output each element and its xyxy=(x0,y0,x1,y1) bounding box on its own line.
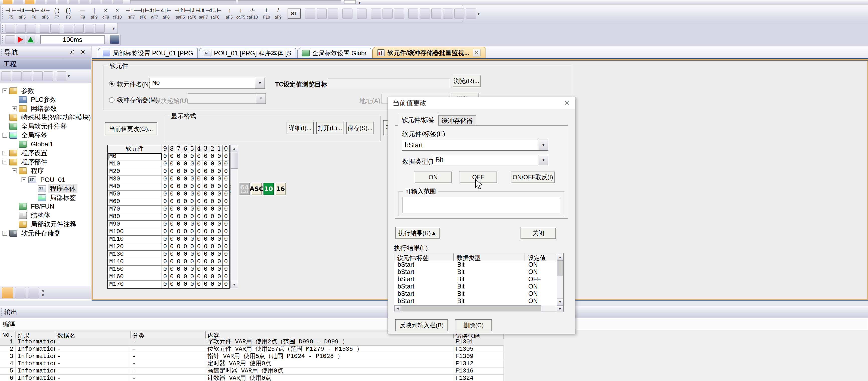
scroll-right-icon[interactable]: ► xyxy=(557,305,563,311)
bit-cell-M10-9[interactable]: 0 xyxy=(162,160,168,168)
bit-cell-M100-8[interactable]: 0 xyxy=(168,228,175,236)
new-data-icon[interactable] xyxy=(1,71,11,81)
output-header-结果[interactable]: 结果 xyxy=(16,331,55,339)
hscrollbar-thumb[interactable] xyxy=(401,305,541,311)
bit-cell-M60-1[interactable]: 0 xyxy=(216,198,223,206)
bit-cell-M20-4[interactable]: 0 xyxy=(196,168,203,175)
tree-item-Global1[interactable]: Global1 xyxy=(12,140,55,148)
bit-cell-M160-5[interactable]: 0 xyxy=(189,273,196,281)
bit-cell-M80-0[interactable]: 0 xyxy=(223,213,229,221)
ladder-symbol-sF5[interactable]: ⊣4⊢sF5 xyxy=(17,8,28,19)
bit-cell-M50-3[interactable]: 0 xyxy=(203,190,209,198)
on-button[interactable]: ON xyxy=(414,171,452,183)
bit-cell-M20-2[interactable]: 0 xyxy=(209,168,216,175)
output-row[interactable]: 2Information--位软元件 VAR用 使用257点（范围 M1279 … xyxy=(0,346,503,353)
open-button[interactable]: 打开(L)... xyxy=(316,122,343,134)
bit-cell-M40-3[interactable]: 0 xyxy=(203,183,209,190)
toolbar-combo-2[interactable] xyxy=(238,0,341,4)
toolbar-grip[interactable] xyxy=(2,36,3,43)
bit-cell-M0-3[interactable]: 0 xyxy=(203,153,209,160)
bit-cell-M70-1[interactable]: 0 xyxy=(216,206,223,213)
ladder-symbol-F5[interactable]: ⊣ ⊢F5 xyxy=(5,8,17,19)
collapse-icon[interactable]: − xyxy=(2,133,7,138)
bit-cell-M160-0[interactable]: 0 xyxy=(223,273,229,281)
device-cell-M130[interactable]: M130 xyxy=(108,251,162,258)
module-tool-icon[interactable] xyxy=(57,71,66,81)
contact-table-icon[interactable] xyxy=(342,8,352,19)
bit-cell-M80-5[interactable]: 0 xyxy=(189,213,196,221)
bit-cell-M80-4[interactable]: 0 xyxy=(196,213,203,221)
format-64real-toggle[interactable]: 641.23 xyxy=(239,183,250,195)
collapse-icon[interactable]: − xyxy=(2,160,7,165)
refresh-view-icon[interactable] xyxy=(43,71,53,81)
expand-icon[interactable]: + xyxy=(12,106,17,111)
bit-cell-M70-9[interactable]: 0 xyxy=(162,206,168,213)
output-row[interactable]: 6Information--计数器 VAR用 使用0点F1324 xyxy=(0,375,503,381)
output-row[interactable]: 5Information--高速定时器 VAR用 使用0点F1316 xyxy=(0,368,503,375)
bit-cell-M110-9[interactable]: 0 xyxy=(162,236,168,243)
bit-cell-M0-6[interactable]: 0 xyxy=(182,153,189,160)
bit-cell-M40-4[interactable]: 0 xyxy=(196,183,203,190)
bit-cell-M110-2[interactable]: 0 xyxy=(209,236,216,243)
toolbar-grip[interactable] xyxy=(2,25,3,32)
bit-cell-M150-9[interactable]: 0 xyxy=(162,266,168,273)
bit-cell-M10-3[interactable]: 0 xyxy=(203,160,209,168)
bit-cell-M110-3[interactable]: 0 xyxy=(203,236,209,243)
on-off-invert-button[interactable]: ON/OFF取反(I) xyxy=(511,171,555,183)
bit-cell-M120-9[interactable]: 0 xyxy=(162,243,168,251)
copy-data-icon[interactable] xyxy=(12,71,22,81)
tab-buffer-memory[interactable]: 缓冲存储器 xyxy=(438,115,476,126)
bit-cell-M0-5[interactable]: 0 xyxy=(189,153,196,160)
find-icon[interactable] xyxy=(80,0,89,4)
bit-cell-M50-9[interactable]: 0 xyxy=(162,190,168,198)
bit-cell-M140-9[interactable]: 0 xyxy=(162,258,168,266)
device-batch-icon[interactable] xyxy=(408,8,418,19)
combo-dropdown-icon[interactable]: ▼ xyxy=(538,140,548,150)
bit-cell-M120-7[interactable]: 0 xyxy=(175,243,182,251)
bit-cell-M160-9[interactable]: 0 xyxy=(162,273,168,281)
bit-cell-M10-6[interactable]: 0 xyxy=(182,160,189,168)
bit-cell-M10-1[interactable]: 0 xyxy=(216,160,223,168)
device-cell-M80[interactable]: M80 xyxy=(108,213,162,221)
panel-grip[interactable] xyxy=(1,49,2,56)
bit-cell-M170-1[interactable]: 0 xyxy=(216,281,223,288)
ladder-symbol-saF8[interactable]: 4⇓⊢saF8 xyxy=(209,8,221,19)
toolbar-dropdown-icon[interactable]: ▼ xyxy=(358,0,362,4)
bit-cell-M40-0[interactable]: 0 xyxy=(223,183,229,190)
bit-cell-M100-6[interactable]: 0 xyxy=(182,228,189,236)
coil-table-icon[interactable] xyxy=(357,8,367,19)
bit-cell-M60-9[interactable]: 0 xyxy=(162,198,168,206)
device-register-watch-icon[interactable] xyxy=(431,8,441,19)
cancel-edit-icon[interactable] xyxy=(95,24,105,33)
bit-cell-M150-0[interactable]: 0 xyxy=(223,266,229,273)
result-header-数据类型[interactable]: 数据类型 xyxy=(454,254,525,261)
scrollbar-thumb[interactable] xyxy=(557,260,563,275)
bit-cell-M120-3[interactable]: 0 xyxy=(203,243,209,251)
device-search-icon[interactable] xyxy=(455,8,464,19)
bit-cell-M140-1[interactable]: 0 xyxy=(216,258,223,266)
new-project-icon[interactable] xyxy=(3,0,12,4)
format-hex-toggle[interactable]: 16 xyxy=(275,183,286,195)
delete-row-icon[interactable] xyxy=(27,24,36,33)
print-icon[interactable] xyxy=(69,0,79,4)
bit-cell-M60-4[interactable]: 0 xyxy=(196,198,203,206)
tab-局部标签设置 POU_01 [PRG][interactable]: 局部标签设置 POU_01 [PRG] xyxy=(98,48,198,58)
watch-grid-icon[interactable] xyxy=(5,35,15,44)
tree-item-局部软元件注释[interactable]: 局部软元件注释 xyxy=(12,220,78,229)
bit-cell-M20-8[interactable]: 0 xyxy=(168,168,175,175)
detail-button[interactable]: 详细(I)... xyxy=(286,122,314,134)
bit-cell-M90-9[interactable]: 0 xyxy=(162,221,168,228)
bit-cell-M150-7[interactable]: 0 xyxy=(175,266,182,273)
device-name-radio[interactable] xyxy=(109,81,115,86)
connection-destination-icon[interactable] xyxy=(2,287,13,298)
edit-wrap-contact-icon[interactable] xyxy=(317,8,327,19)
grid-edit-icon[interactable] xyxy=(40,24,49,33)
expand-icon[interactable]: + xyxy=(2,151,7,155)
bit-cell-M110-6[interactable]: 0 xyxy=(182,236,189,243)
bit-cell-M90-4[interactable]: 0 xyxy=(196,221,203,228)
bit-cell-M10-5[interactable]: 0 xyxy=(189,160,196,168)
bit-cell-M20-5[interactable]: 0 xyxy=(189,168,196,175)
bit-cell-M30-6[interactable]: 0 xyxy=(182,175,189,183)
find-next-icon[interactable] xyxy=(394,8,404,19)
bit-cell-M0-2[interactable]: 0 xyxy=(209,153,216,160)
